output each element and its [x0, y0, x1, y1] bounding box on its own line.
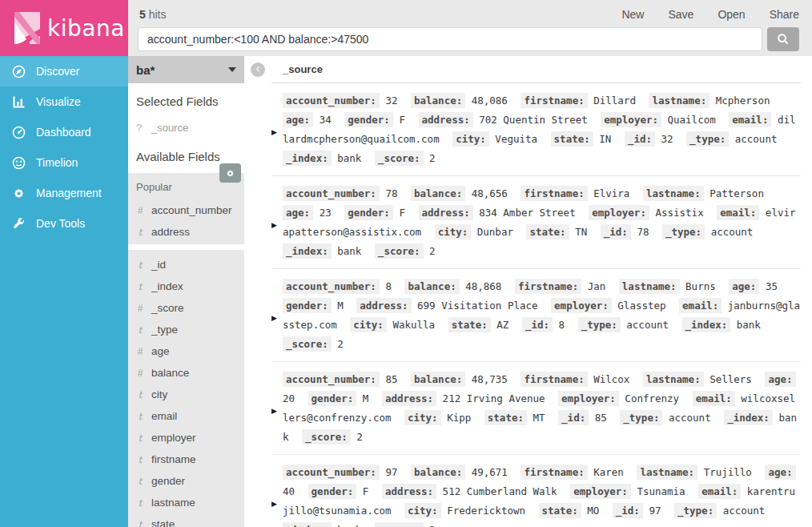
field-name: lastname [151, 497, 195, 509]
field-key-badge: gender: [308, 484, 357, 499]
field-value-pair: address: 834 Amber Street [419, 207, 576, 219]
expand-row-icon[interactable]: ▶ [271, 277, 283, 354]
nav-item-label: Visualize [36, 95, 81, 108]
nav-item-dashboard[interactable]: Dashboard [0, 117, 128, 147]
field-value-pair: _index: bank [283, 524, 361, 527]
field-value-pair: gender: M [308, 392, 369, 404]
index-pattern-selector[interactable]: ba* [128, 56, 244, 83]
field-value-pair: firstname: Wilcox [521, 373, 629, 385]
field-name: address [151, 226, 190, 238]
panel-divider [128, 244, 244, 250]
field-key-badge: _id: [522, 317, 553, 332]
field-item-city[interactable]: t city [136, 384, 236, 405]
field-item-firstname[interactable]: t firstname [136, 449, 236, 470]
field-item-account_number[interactable]: # account_number [136, 199, 236, 221]
field-value-pair: _score: 2 [283, 338, 344, 350]
number-type-icon: # [136, 368, 144, 379]
number-type-icon: # [136, 346, 144, 357]
nav-item-discover[interactable]: Discover [0, 56, 128, 86]
field-item-gender[interactable]: t gender [136, 470, 236, 492]
field-key-badge: balance: [411, 93, 465, 108]
unknown-type-icon: ? [136, 122, 144, 134]
field-item-state[interactable]: t state [136, 513, 236, 527]
nav-item-visualize[interactable]: Visualize [0, 86, 128, 117]
search-input[interactable] [138, 27, 762, 51]
field-value-pair: account_number: 8 [283, 280, 392, 292]
field-key-badge: employer: [570, 484, 631, 499]
search-bar [128, 24, 812, 51]
document-source-text: account_number: 85 balance: 48,735 first… [283, 370, 801, 447]
fields-sidebar: ba* Selected Fields ? _source Available … [128, 56, 244, 527]
field-name: email [151, 410, 177, 422]
field-key-badge: address: [382, 484, 436, 499]
field-value-pair: balance: 49,671 [411, 466, 508, 478]
expand-row-icon[interactable]: ▶ [271, 463, 283, 527]
nav-item-dev-tools[interactable]: Dev Tools [0, 208, 128, 239]
field-value-pair: firstname: Karen [521, 466, 623, 478]
save-button[interactable]: Save [668, 8, 693, 21]
field-item-source[interactable]: ? _source [136, 122, 236, 134]
nav-item-label: Discover [36, 65, 79, 78]
field-item-lastname[interactable]: t lastname [136, 492, 236, 513]
field-item-score[interactable]: # _score [136, 297, 236, 319]
string-type-icon: t [136, 411, 144, 422]
field-value-pair: employer: Glasstep [551, 300, 665, 312]
field-key-badge: email: [698, 484, 741, 499]
timelion-icon [12, 156, 26, 170]
field-key-badge: firstname: [521, 372, 587, 387]
field-name: _type [151, 324, 178, 336]
field-key-badge: _index: [283, 522, 332, 527]
field-value-pair: city: Wakulla [350, 319, 435, 331]
field-value-pair: balance: 48,868 [404, 280, 501, 292]
field-value-pair: age: 35 [729, 280, 778, 292]
field-key-badge: _id: [558, 410, 589, 425]
new-button[interactable]: New [621, 8, 644, 21]
string-type-icon: t [136, 259, 144, 271]
field-name: age [151, 345, 170, 357]
field-item-employer[interactable]: t employer [136, 427, 236, 449]
kibana-logo[interactable]: kibana [0, 0, 128, 56]
field-key-badge: city: [404, 503, 441, 518]
field-value-pair: account_number: 97 [283, 466, 397, 478]
field-key-badge: balance: [411, 372, 465, 387]
string-type-icon: t [136, 454, 144, 465]
document-source-text: account_number: 8 balance: 48,868 firstn… [283, 277, 801, 354]
field-key-badge: gender: [344, 205, 393, 220]
field-item-type[interactable]: t _type [136, 319, 236, 340]
field-item-email[interactable]: t email [136, 405, 236, 427]
string-type-icon: t [136, 389, 144, 400]
gear-icon [225, 168, 235, 179]
field-key-badge: lastname: [643, 186, 704, 201]
field-value-pair: employer: Assistix [589, 207, 703, 219]
search-button[interactable] [767, 27, 799, 51]
field-name: _id [151, 259, 166, 271]
expand-row-icon[interactable]: ▶ [271, 184, 283, 261]
collapse-sidebar-button[interactable]: ‹ [251, 62, 265, 77]
field-settings-button[interactable] [219, 163, 241, 183]
expand-row-icon[interactable]: ▶ [271, 91, 283, 168]
open-button[interactable]: Open [718, 8, 745, 21]
nav-item-timelion[interactable]: Timelion [0, 147, 128, 178]
share-button[interactable]: Share [770, 8, 799, 21]
field-key-badge: account_number: [283, 372, 380, 387]
field-value-pair: _score: 2 [375, 524, 436, 527]
nav-item-management[interactable]: Management [0, 178, 128, 208]
field-value-pair: state: MO [539, 505, 600, 517]
number-type-icon: # [136, 303, 144, 314]
field-item-id[interactable]: t _id [136, 254, 236, 276]
field-key-badge: state: [448, 317, 491, 332]
field-item-balance[interactable]: # balance [136, 362, 236, 384]
field-item-address[interactable]: t address [136, 221, 236, 243]
field-value-pair: _type: account [662, 226, 753, 238]
field-item-index[interactable]: t _index [136, 276, 236, 297]
field-key-badge: address: [419, 112, 473, 127]
field-key-badge: _score: [302, 429, 351, 445]
field-item-age[interactable]: # age [136, 340, 236, 362]
available-fields-list: t _id t _index # _score t _type # age [128, 250, 244, 527]
bar-chart-icon [12, 95, 26, 109]
field-value-pair: city: Fredericktown [404, 505, 525, 517]
field-key-badge: email: [693, 391, 735, 406]
field-key-badge: age: [283, 205, 313, 220]
topbar-row: 5 hits NewSaveOpenShare [128, 0, 812, 24]
expand-row-icon[interactable]: ▶ [271, 370, 283, 447]
